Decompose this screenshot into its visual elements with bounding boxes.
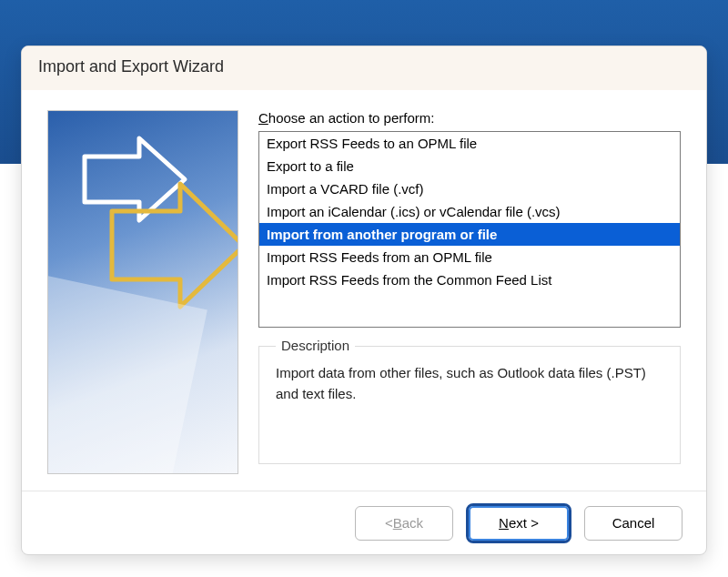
next-button[interactable]: Next >	[466, 503, 571, 543]
action-listbox[interactable]: Export RSS Feeds to an OPML fileExport t…	[258, 131, 681, 328]
back-button: < Back	[355, 506, 453, 541]
action-item[interactable]: Import RSS Feeds from the Common Feed Li…	[259, 268, 680, 291]
cancel-button[interactable]: Cancel	[584, 506, 682, 541]
wizard-graphic	[47, 110, 238, 474]
action-item[interactable]: Import a VCARD file (.vcf)	[259, 177, 680, 200]
action-item[interactable]: Export RSS Feeds to an OPML file	[259, 132, 680, 155]
action-item[interactable]: Export to a file	[259, 155, 680, 177]
description-heading: Description	[276, 338, 355, 353]
import-export-wizard-dialog: Import and Export Wizard Choose an actio…	[21, 46, 707, 555]
action-item[interactable]: Import from another program or file	[259, 223, 680, 246]
wizard-right-column: Choose an action to perform: Export RSS …	[258, 110, 681, 491]
choose-action-label: Choose an action to perform:	[258, 110, 681, 126]
description-text: Import data from other files, such as Ou…	[276, 362, 663, 405]
dialog-footer: < Back Next > Cancel	[22, 491, 706, 554]
action-item[interactable]: Import RSS Feeds from an OPML file	[259, 246, 680, 268]
dialog-title: Import and Export Wizard	[22, 46, 706, 90]
description-group: Description Import data from other files…	[258, 346, 681, 464]
app-background: Import and Export Wizard Choose an actio…	[0, 0, 728, 577]
dialog-body: Choose an action to perform: Export RSS …	[22, 90, 706, 491]
action-item[interactable]: Import an iCalendar (.ics) or vCalendar …	[259, 200, 680, 223]
